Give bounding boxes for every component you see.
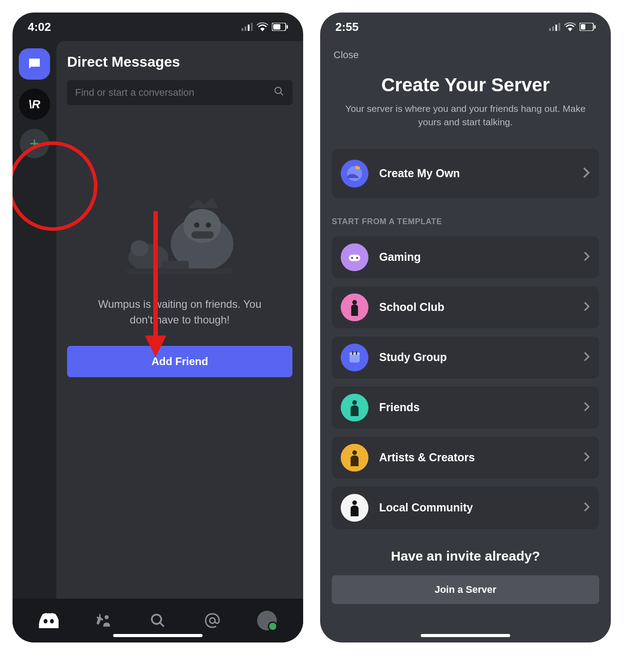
home-indicator [113,634,203,637]
svg-rect-34 [350,353,360,362]
screenshot-create-server: 2:55 Close Create Your Server Your serve… [320,13,611,642]
svg-point-10 [194,222,199,228]
signal-icon [241,23,253,31]
svg-rect-37 [356,351,357,355]
join-server-button[interactable]: Join a Server [332,575,599,604]
template-icon-friends [341,394,368,421]
svg-point-28 [347,166,362,181]
template-label: Study Group [379,351,583,364]
svg-rect-26 [581,24,585,30]
create-my-own-card[interactable]: Create My Own [332,149,599,198]
status-time: 2:55 [335,20,359,34]
template-label: Local Community [379,501,583,514]
status-icons [549,22,596,31]
template-label: Friends [379,401,583,414]
svg-rect-36 [352,351,353,355]
battery-icon [579,23,596,31]
avatar-icon [257,611,277,630]
svg-point-19 [152,615,161,624]
template-icon-artists-creators [341,444,368,472]
create-own-icon [341,160,368,187]
add-friend-button[interactable]: Add Friend [67,346,292,377]
wumpus-illustration [99,177,260,284]
chevron-right-icon [583,401,590,414]
svg-point-40 [352,500,357,505]
svg-rect-15 [126,268,233,274]
template-label: Gaming [379,251,583,264]
svg-rect-27 [594,25,596,29]
svg-rect-16 [162,261,189,269]
signal-icon [549,23,561,31]
svg-rect-3 [251,23,253,31]
tab-profile[interactable] [254,608,279,633]
page-subtitle: Your server is where you and your friend… [332,102,599,129]
create-own-label: Create My Own [379,167,582,180]
template-heading: START FROM A TEMPLATE [332,217,599,226]
svg-rect-6 [287,25,288,29]
svg-point-39 [352,450,357,455]
svg-rect-1 [245,26,246,31]
tab-friends[interactable] [91,608,116,633]
server-avatar[interactable]: \R [19,89,50,120]
svg-rect-22 [552,26,554,31]
chevron-right-icon [583,301,590,314]
svg-point-38 [352,400,357,404]
template-list: GamingSchool ClubStudy GroupFriendsArtis… [332,228,599,529]
chevron-right-icon [583,251,590,264]
template-card-school-club[interactable]: School Club [332,286,599,328]
svg-point-31 [351,257,353,259]
template-icon-school-club [341,293,368,321]
template-icon-study-group [341,344,368,371]
status-time: 4:02 [28,20,51,34]
dm-panel: Direct Messages [56,41,303,599]
empty-state: Wumpus is waiting on friends. You don't … [67,105,292,599]
template-icon-gaming [341,243,368,271]
svg-rect-21 [549,28,551,31]
template-card-gaming[interactable]: Gaming [332,236,599,278]
tab-home[interactable] [36,608,61,633]
svg-rect-35 [350,353,360,355]
svg-point-7 [275,87,281,94]
search-icon [274,86,284,99]
svg-rect-12 [191,231,214,238]
svg-rect-2 [248,25,250,31]
close-button[interactable]: Close [334,49,359,61]
template-label: Artists & Creators [379,451,583,464]
svg-point-20 [210,618,215,623]
server-rail: \R [13,41,56,599]
tab-mentions[interactable] [200,608,225,633]
template-card-study-group[interactable]: Study Group [332,336,599,379]
template-label: School Club [379,301,583,314]
tab-search[interactable] [145,608,170,633]
template-card-friends[interactable]: Friends [332,387,599,429]
screenshot-dm-screen: 4:02 \R Direct [13,13,303,642]
template-card-local-community[interactable]: Local Community [332,487,599,529]
status-bar: 4:02 [13,13,303,41]
status-bar: 2:55 [320,13,611,41]
svg-point-14 [131,240,148,256]
svg-rect-24 [558,23,560,31]
dm-home-button[interactable] [19,48,50,80]
dm-title: Direct Messages [67,54,292,70]
svg-rect-23 [555,25,557,31]
svg-point-18 [105,615,109,619]
chevron-right-icon [583,451,590,464]
battery-icon [272,23,288,31]
wifi-icon [564,22,576,31]
search-input[interactable] [75,87,274,98]
server-initials: \R [29,98,40,111]
svg-rect-30 [349,255,360,261]
search-bar[interactable] [67,80,292,105]
chevron-right-icon [582,166,590,181]
add-server-button[interactable] [20,129,49,158]
wifi-icon [257,22,268,31]
status-icons [241,22,288,31]
template-icon-local-community [341,494,368,522]
svg-point-32 [356,257,358,259]
svg-rect-5 [273,24,280,30]
home-indicator [421,634,510,637]
svg-rect-0 [241,28,243,31]
template-card-artists-creators[interactable]: Artists & Creators [332,437,599,479]
invite-title: Have an invite already? [332,549,599,564]
chevron-right-icon [583,502,590,514]
